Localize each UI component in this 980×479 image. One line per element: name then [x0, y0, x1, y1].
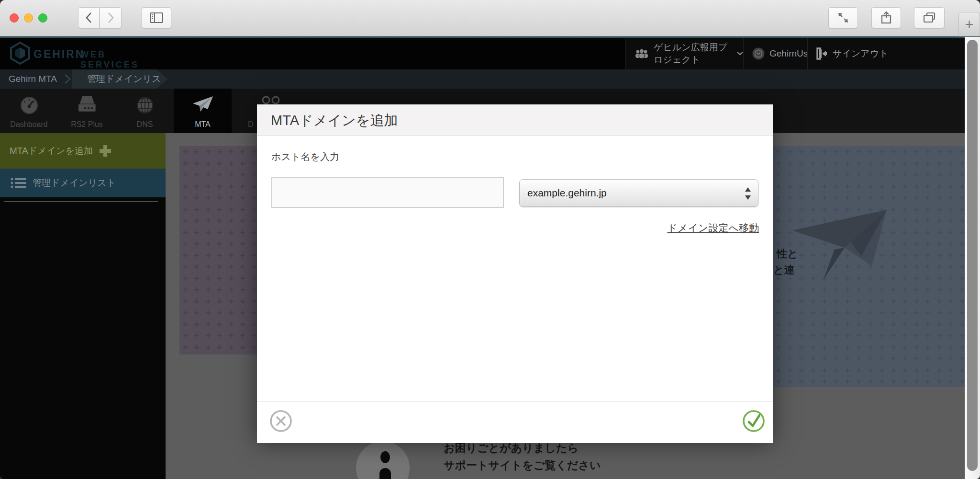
tab-overview-button[interactable]	[914, 7, 945, 28]
globe-icon	[135, 95, 155, 115]
domain-select-value: example.gehirn.jp	[527, 187, 607, 199]
gehirn-logo[interactable]: GEHIRN WEB SERVICES	[10, 42, 167, 66]
go-to-domain-settings-link[interactable]: ドメイン設定へ移動	[668, 221, 759, 235]
breadcrumb-item-gehirn-mta[interactable]: Gehirn MTA	[0, 69, 62, 89]
add-mta-domain-dialog: MTAドメインを追加 ホスト名を入力 example.gehirn.jp ドメイ…	[257, 104, 773, 443]
banner-text-fragment: と連	[773, 263, 795, 277]
user-menu[interactable]: GehirnUser	[743, 38, 807, 69]
scrollbar-thumb[interactable]	[967, 40, 978, 471]
sidebar-toggle-button[interactable]	[142, 7, 171, 28]
fullscreen-button[interactable]	[828, 7, 858, 28]
paper-plane-icon	[192, 95, 214, 113]
service-label: DNS	[116, 120, 174, 129]
close-window-button[interactable]	[10, 13, 19, 23]
service-label: RS2 Plus	[58, 120, 116, 129]
confirm-button[interactable]	[742, 410, 765, 433]
team-icon	[635, 48, 649, 59]
back-button[interactable]	[78, 7, 100, 28]
sidebar-item-add-mta-domain[interactable]: MTAドメインを追加	[0, 133, 166, 169]
brand-tagline: WEB SERVICES	[80, 50, 167, 70]
site-header: GEHIRN WEB SERVICES ゲヒルン広報用プロジェクト Gehirn…	[0, 38, 980, 69]
hero-banner-left	[179, 146, 257, 354]
paper-plane-illustration	[790, 208, 892, 283]
user-avatar-icon	[752, 47, 765, 60]
project-name: ゲヒルン広報用プロジェクト	[654, 41, 731, 66]
banner-text-fragment: 性と	[777, 247, 798, 261]
sidebar-toggle-icon	[149, 12, 164, 23]
gehirn-hexagon-icon	[10, 42, 31, 65]
support-text-line2: サポートサイトをご覧ください	[444, 458, 601, 473]
hero-banner-right: 性と と連	[773, 146, 965, 387]
service-tab-mta[interactable]: MTA	[174, 89, 232, 133]
server-icon	[76, 95, 99, 114]
service-tab-dashboard[interactable]: Dashboard	[0, 89, 58, 133]
info-icon-stem	[379, 468, 391, 479]
list-icon	[11, 177, 27, 189]
cancel-button[interactable]	[269, 410, 292, 433]
signout-icon	[816, 47, 828, 60]
plus-icon	[100, 145, 111, 157]
dialog-footer-divider	[257, 401, 773, 402]
service-tab-dns[interactable]: DNS	[116, 89, 174, 133]
dialog-header: MTAドメインを追加	[257, 104, 773, 136]
chevron-down-icon	[737, 51, 743, 57]
browser-window: + GEHIRN WEB SERVICES ゲヒルン広報用プロジェクト	[0, 0, 980, 479]
signout-label: サインアウト	[833, 47, 889, 60]
info-icon-dot	[380, 451, 390, 463]
brand-name: GEHIRN	[33, 48, 85, 61]
new-tab-label: +	[965, 16, 974, 33]
breadcrumb-label: Gehirn MTA	[9, 69, 57, 89]
share-button[interactable]	[871, 7, 901, 28]
back-icon	[84, 11, 94, 24]
project-switcher[interactable]: ゲヒルン広報用プロジェクト	[625, 38, 743, 69]
sidebar-divider	[4, 201, 158, 202]
service-label: MTA	[174, 120, 232, 129]
check-icon	[742, 410, 765, 433]
forward-button[interactable]	[100, 7, 122, 28]
close-icon	[269, 410, 292, 433]
domain-select[interactable]: example.gehirn.jp	[519, 179, 758, 207]
share-icon	[880, 11, 892, 24]
service-tab-rs2plus[interactable]: RS2 Plus	[58, 89, 116, 133]
sidebar-item-label: MTAドメインを追加	[10, 145, 93, 157]
breadcrumb-chevron-icon	[64, 74, 72, 84]
dashboard-icon	[19, 95, 39, 115]
sidebar: MTAドメインを追加 管理ドメインリスト	[0, 133, 166, 479]
hostname-label: ホスト名を入力	[271, 150, 339, 163]
zoom-window-button[interactable]	[38, 13, 47, 23]
service-label: Dashboard	[0, 120, 58, 129]
minimize-window-button[interactable]	[24, 13, 33, 23]
sidebar-item-domain-list[interactable]: 管理ドメインリスト	[0, 169, 166, 197]
breadcrumb-item-domain-list[interactable]: 管理ドメインリスト	[72, 69, 167, 89]
hostname-input[interactable]	[271, 177, 504, 208]
dialog-title: MTAドメインを追加	[271, 104, 398, 136]
sidebar-item-label: 管理ドメインリスト	[33, 177, 116, 189]
forward-icon	[106, 11, 115, 24]
plus-pattern	[179, 146, 257, 354]
select-arrows-icon	[744, 186, 752, 201]
fullscreen-icon	[837, 11, 849, 24]
tab-overview-icon	[923, 11, 936, 24]
new-tab-button[interactable]: +	[958, 12, 980, 36]
breadcrumb: Gehirn MTA 管理ドメインリスト	[0, 69, 980, 89]
signout-button[interactable]: サインアウト	[807, 38, 980, 69]
browser-toolbar	[0, 0, 980, 36]
